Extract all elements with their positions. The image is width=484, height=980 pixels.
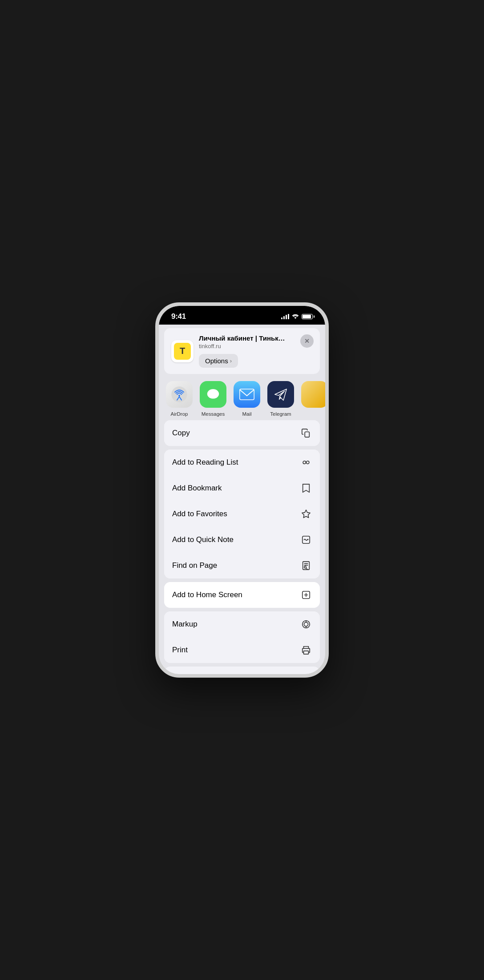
reading-list-icon [300,457,312,468]
status-bar: 9:41 [159,306,325,325]
action-item-reading-list[interactable]: Add to Reading List [164,450,320,475]
action-item-markup[interactable]: Markup [164,611,320,637]
action-item-bookmark[interactable]: Add Bookmark [164,475,320,501]
svg-marker-9 [302,510,310,518]
svg-point-20 [304,622,308,626]
telegram-app-icon [267,381,294,408]
status-icons [281,313,313,320]
bookmark-label: Add Bookmark [172,484,222,493]
close-button[interactable]: ✕ [300,334,314,348]
telegram-label: Telegram [270,411,291,417]
svg-point-8 [306,461,309,464]
svg-rect-3 [240,389,254,400]
add-home-screen-icon [300,589,312,601]
action-item-print[interactable]: Print [164,637,320,663]
mail-app-icon [234,381,260,408]
messages-label: Messages [202,411,225,417]
share-header: T Личный кабинет | Тинькофф Б... tinkoff… [164,328,320,374]
app-row-container: AirDrop Messages [159,374,325,420]
app-item-more[interactable] [301,381,325,417]
airdrop-icon [166,381,193,408]
action-item-quick-note[interactable]: Add to Quick Note [164,527,320,553]
print-label: Print [172,646,188,655]
markup-icon [300,619,312,630]
reading-list-label: Add to Reading List [172,458,238,467]
svg-line-15 [306,568,307,570]
find-on-page-icon [300,560,312,571]
site-url: tinkoff.ru [199,343,313,349]
app-item-mail[interactable]: Mail [234,381,260,417]
phone-screen: 9:41 [159,306,325,674]
app-item-messages[interactable]: Messages [200,381,226,417]
action-list: Copy Add to Reading List [164,420,320,674]
mail-label: Mail [242,411,251,417]
phone-frame: 9:41 [155,302,329,678]
svg-rect-23 [304,651,309,654]
action-item-copy[interactable]: Copy [164,420,320,446]
favorites-label: Add to Favorites [172,510,227,518]
star-icon [300,508,312,520]
close-icon: ✕ [304,337,310,345]
messages-icon [200,381,226,408]
action-item-find-on-page[interactable]: Find on Page [164,553,320,578]
svg-point-0 [171,386,187,402]
quick-note-icon [300,534,312,546]
signal-icon [281,314,289,319]
add-home-screen-label: Add to Home Screen [172,590,242,599]
site-favicon: T [171,340,194,362]
wifi-icon [292,313,299,320]
chevron-right-icon: › [230,357,232,364]
action-item-add-home-screen[interactable]: Add to Home Screen [164,582,320,608]
app-item-airdrop[interactable]: AirDrop [166,381,193,417]
site-title: Личный кабинет | Тинькофф Б... [199,334,288,342]
svg-marker-4 [275,389,286,400]
status-time: 9:41 [171,312,186,321]
app-row: AirDrop Messages [164,381,320,417]
options-button[interactable]: Options › [199,354,238,368]
copy-icon [300,427,312,439]
site-info: Личный кабинет | Тинькофф Б... tinkoff.r… [199,334,313,368]
main-content[interactable]: T Личный кабинет | Тинькофф Б... tinkoff… [159,325,325,674]
print-icon [300,644,312,656]
action-group-tools: Markup Print [164,611,320,663]
action-group-home-screen: Add to Home Screen [164,582,320,608]
svg-rect-6 [305,432,309,437]
action-group-edit: Edit Actions... [164,667,320,674]
quick-note-label: Add to Quick Note [172,535,234,544]
battery-icon [302,314,313,319]
more-app-icon [301,381,325,408]
find-on-page-label: Find on Page [172,561,217,570]
copy-label: Copy [172,429,190,438]
svg-point-7 [303,461,306,464]
markup-label: Markup [172,620,198,629]
edit-actions-item[interactable]: Edit Actions... [164,667,320,674]
svg-point-1 [178,395,180,397]
action-group-main: Add to Reading List Add Bookmark [164,450,320,578]
action-item-favorites[interactable]: Add to Favorites [164,501,320,527]
bookmark-icon [300,482,312,494]
app-item-telegram[interactable]: Telegram [267,381,294,417]
action-group-copy: Copy [164,420,320,446]
airdrop-label: AirDrop [171,411,188,417]
